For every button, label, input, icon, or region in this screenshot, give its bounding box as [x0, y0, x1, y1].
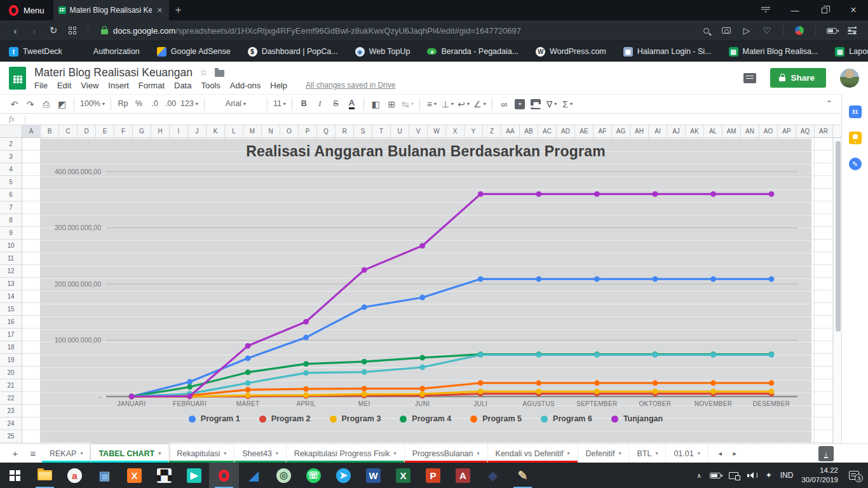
- chart[interactable]: Realisasi Anggaran Bulanan Berdasarkan P…: [40, 139, 811, 443]
- legend-item-tunjangan[interactable]: Tunjangan: [611, 414, 663, 423]
- column-header-m[interactable]: M: [243, 125, 262, 137]
- battery-icon[interactable]: [710, 473, 721, 478]
- column-header-ag[interactable]: AG: [612, 125, 630, 137]
- column-header-p[interactable]: P: [299, 125, 317, 137]
- menu-tools[interactable]: Tools: [201, 81, 220, 90]
- column-header-d[interactable]: D: [78, 125, 96, 137]
- excel[interactable]: X: [388, 463, 418, 488]
- sheet-tab-rekapitulasi-progress-fisik[interactable]: Rekapitulasi Progress Fisik▾: [287, 444, 405, 463]
- vertical-align-button[interactable]: ⊥▾: [440, 97, 456, 112]
- column-header-ar[interactable]: AR: [815, 125, 833, 137]
- insert-comment-button[interactable]: +: [512, 97, 528, 112]
- speed-dial-icon[interactable]: [64, 22, 81, 39]
- sheets-logo-icon[interactable]: [9, 67, 26, 90]
- word[interactable]: W: [358, 463, 388, 488]
- number-format-select[interactable]: 123▾: [179, 97, 200, 112]
- column-header-ap[interactable]: AP: [778, 125, 796, 137]
- bookmark-heart-icon[interactable]: ♡: [757, 22, 776, 39]
- action-center-icon[interactable]: 3: [849, 471, 859, 480]
- bookmark-web-topup[interactable]: ◆Web TopUp: [355, 47, 410, 57]
- avatar[interactable]: [840, 69, 859, 88]
- row-header-21[interactable]: 21: [0, 379, 22, 392]
- column-header-aq[interactable]: AQ: [796, 125, 815, 137]
- column-header-g[interactable]: G: [133, 125, 151, 137]
- text-rotation-button[interactable]: ∠▾: [471, 97, 488, 112]
- xampp[interactable]: X: [119, 463, 149, 488]
- row-header-22[interactable]: 22: [0, 392, 22, 405]
- column-header-z[interactable]: Z: [483, 125, 501, 137]
- font-size-select[interactable]: 11▾: [271, 97, 288, 112]
- bookmark-materi-blog-realisa[interactable]: ▤Materi Blog Realisa...: [729, 47, 818, 57]
- increase-decimals-button[interactable]: .00: [163, 97, 179, 112]
- row-header-9[interactable]: 9: [0, 227, 22, 240]
- bookmark-tweetdeck[interactable]: tTweetDeck: [9, 47, 62, 57]
- opera-menu-button[interactable]: Menu: [0, 0, 53, 20]
- column-header-a[interactable]: A: [22, 125, 41, 137]
- move-folder-icon[interactable]: [215, 70, 224, 77]
- scrollbar-thumb[interactable]: [836, 141, 841, 332]
- row-header-8[interactable]: 8: [0, 214, 22, 227]
- row-header-14[interactable]: 14: [0, 290, 22, 303]
- column-header-ak[interactable]: AK: [686, 125, 704, 137]
- legend-item-program-3[interactable]: Program 3: [330, 414, 381, 423]
- snapshot-camera-icon[interactable]: [717, 22, 736, 39]
- forward-button[interactable]: ›: [25, 22, 43, 39]
- new-tab-button[interactable]: +: [169, 0, 188, 20]
- bookmark-google-adsense[interactable]: Google AdSense: [157, 47, 231, 57]
- scroll-tabs-right-icon[interactable]: ►: [732, 451, 738, 457]
- column-header-w[interactable]: W: [428, 125, 446, 137]
- share-button[interactable]: Share: [770, 68, 826, 88]
- column-header-ab[interactable]: AB: [520, 125, 538, 137]
- network-icon[interactable]: [729, 472, 738, 479]
- column-header-v[interactable]: V: [409, 125, 428, 137]
- legend-item-program-5[interactable]: Program 5: [470, 414, 522, 423]
- row-header-17[interactable]: 17: [0, 329, 22, 341]
- row-header-23[interactable]: 23: [0, 405, 22, 417]
- insert-chart-button[interactable]: ▂▆▄: [528, 97, 544, 112]
- percent-format-button[interactable]: %: [131, 97, 147, 112]
- column-header-am[interactable]: AM: [722, 125, 741, 137]
- file-explorer[interactable]: [30, 463, 60, 488]
- volume-icon[interactable]: [747, 472, 757, 478]
- text-wrap-button[interactable]: ↩▾: [456, 97, 471, 112]
- bookmark-laporan-real-time[interactable]: ▤Laporan Real Time...: [835, 47, 868, 57]
- row-header-12[interactable]: 12: [0, 265, 22, 278]
- sheet-tab-01-01[interactable]: 01.01▾: [666, 444, 708, 463]
- sheet-tab-btl[interactable]: BTL▾: [629, 444, 666, 463]
- browser-tab[interactable]: Materi Blog Realisasi Keuan ×: [53, 0, 169, 20]
- column-header-f[interactable]: F: [114, 125, 133, 137]
- vertical-scrollbar[interactable]: [833, 138, 841, 444]
- sheet-tab-rekap[interactable]: REKAP▾: [42, 444, 91, 463]
- tab-menu-icon[interactable]: ˅: [751, 0, 780, 20]
- grid-corner[interactable]: [0, 125, 22, 137]
- row-header-11[interactable]: 11: [0, 252, 22, 265]
- manga-reader[interactable]: ▞▚: [149, 463, 179, 488]
- sheet-tab-kendali-vs-defenitif[interactable]: Kendali vs Defenitif▾: [488, 444, 578, 463]
- borders-button[interactable]: ⊞: [384, 97, 400, 112]
- sheet-tab-progressbulanan[interactable]: ProgressBulanan▾: [405, 444, 488, 463]
- column-header-k[interactable]: K: [207, 125, 225, 137]
- fill-color-button[interactable]: ◧: [368, 97, 384, 112]
- powerpoint[interactable]: P: [418, 463, 448, 488]
- print-icon[interactable]: ⎙: [38, 97, 54, 112]
- formula-bar[interactable]: fx: [0, 114, 841, 125]
- decrease-decimals-button[interactable]: .0: [147, 97, 163, 112]
- collapse-toolbar-icon[interactable]: ⌃: [826, 99, 835, 108]
- column-header-c[interactable]: C: [59, 125, 78, 137]
- vscode[interactable]: ◢: [239, 463, 269, 488]
- text-color-button[interactable]: A: [344, 97, 360, 112]
- bookmark-dashboard-popca[interactable]: $Dashboard | PopCa...: [248, 47, 338, 57]
- app-a[interactable]: a: [60, 463, 90, 488]
- reload-button[interactable]: ↻: [44, 22, 62, 39]
- calendar-icon[interactable]: 31: [849, 105, 862, 118]
- row-header-18[interactable]: 18: [0, 341, 22, 354]
- column-header-af[interactable]: AF: [593, 125, 612, 137]
- column-header-l[interactable]: L: [225, 125, 243, 137]
- column-header-aa[interactable]: AA: [501, 125, 520, 137]
- menu-add-ons[interactable]: Add-ons: [230, 81, 261, 90]
- dropbox-icon[interactable]: ✦: [766, 471, 772, 480]
- strikethrough-button[interactable]: S: [328, 97, 344, 112]
- column-header-n[interactable]: N: [262, 125, 280, 137]
- back-button[interactable]: ‹: [6, 22, 24, 39]
- menu-edit[interactable]: Edit: [57, 81, 71, 90]
